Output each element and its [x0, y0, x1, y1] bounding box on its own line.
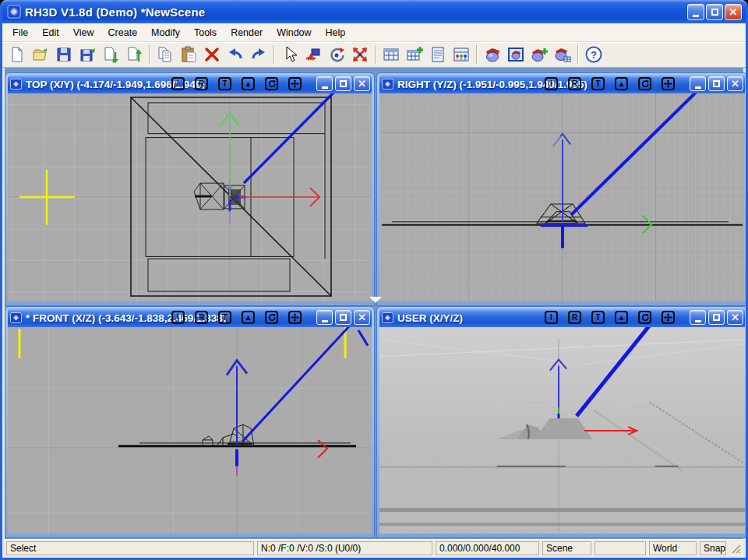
viewport-right-canvas[interactable] — [379, 93, 745, 301]
viewport-user-titlebar[interactable]: USER (X/Y/Z) IRT▲ ✕ — [379, 308, 745, 327]
material-add-button[interactable] — [527, 44, 551, 65]
top-close-button[interactable]: ✕ — [354, 76, 370, 91]
right-maximize-button[interactable] — [708, 76, 725, 91]
front-minimize-button[interactable] — [316, 310, 333, 325]
rotate-button[interactable] — [325, 44, 348, 65]
user-toggle-r[interactable]: R — [568, 311, 581, 324]
viewport-front-canvas[interactable] — [8, 327, 372, 534]
top-toggle-i[interactable]: I — [171, 77, 185, 90]
material-view-button[interactable] — [504, 44, 527, 65]
viewport-user-canvas[interactable] — [379, 327, 745, 534]
user-minimize-button[interactable] — [690, 310, 706, 325]
object-add-button[interactable] — [403, 44, 426, 65]
menu-item-view[interactable]: View — [66, 25, 101, 41]
menu-item-file[interactable]: File — [5, 25, 35, 41]
toolbar-separator — [577, 45, 579, 64]
copy-button[interactable] — [153, 44, 177, 65]
right-toggle-pan[interactable] — [662, 77, 675, 90]
new-button[interactable] — [5, 44, 29, 65]
scale-icon — [351, 46, 369, 63]
right-toggle-t[interactable]: T — [591, 77, 605, 90]
status-scene[interactable]: Scene — [542, 541, 591, 555]
close-icon: ✕ — [731, 312, 739, 322]
right-toggle-r[interactable]: R — [568, 77, 581, 90]
minimize-icon — [322, 320, 328, 322]
top-minimize-button[interactable] — [316, 76, 333, 91]
front-toggle-i[interactable]: I — [171, 311, 185, 324]
scale-button[interactable] — [348, 44, 372, 65]
front-toggle-r[interactable]: R — [195, 311, 208, 324]
user-toggle-pan[interactable] — [662, 311, 675, 324]
page-down-icon — [102, 46, 119, 63]
minimize-button[interactable] — [687, 4, 704, 20]
menu-item-window[interactable]: Window — [270, 25, 318, 41]
resize-grip[interactable] — [729, 542, 742, 555]
front-toggle-pan[interactable] — [288, 311, 302, 324]
top-toggle-t[interactable]: T — [218, 77, 231, 90]
save-button[interactable] — [52, 44, 76, 65]
minimize-icon — [695, 320, 701, 322]
object-table-button[interactable] — [379, 44, 403, 65]
open-folder-icon — [32, 46, 49, 63]
menubar: FileEditViewCreateModifyToolsRenderWindo… — [2, 23, 746, 42]
user-maximize-button[interactable] — [708, 310, 725, 325]
user-toggle-i[interactable]: I — [545, 311, 558, 324]
menu-item-create[interactable]: Create — [101, 25, 145, 41]
user-toggle-t[interactable]: T — [591, 311, 605, 324]
front-maximize-button[interactable] — [335, 310, 351, 325]
paste-button[interactable] — [177, 44, 200, 65]
import-button[interactable] — [99, 44, 122, 65]
top-toggle-pan[interactable] — [288, 77, 302, 90]
viewport-top-canvas[interactable] — [8, 93, 372, 301]
right-toggle-rotate[interactable] — [638, 77, 651, 90]
delete-button[interactable] — [200, 44, 224, 65]
top-toggle-shade[interactable]: ▲ — [242, 77, 255, 90]
user-close-button[interactable]: ✕ — [727, 310, 743, 325]
close-icon: ✕ — [358, 312, 366, 322]
right-toggle-i[interactable]: I — [545, 77, 558, 90]
toolbar-separator — [273, 45, 275, 64]
menu-item-help[interactable]: Help — [319, 25, 353, 41]
export-button[interactable] — [122, 44, 146, 65]
right-minimize-button[interactable] — [690, 76, 706, 91]
open-button[interactable] — [29, 44, 52, 65]
material-table-button[interactable] — [551, 44, 574, 65]
top-toggle-r[interactable]: R — [195, 77, 208, 90]
status-snap[interactable]: Snap — [700, 541, 726, 555]
select-button[interactable] — [278, 44, 302, 65]
user-toggle-shade[interactable]: ▲ — [615, 311, 628, 324]
viewport-user: USER (X/Y/Z) IRT▲ ✕ — [376, 306, 748, 538]
undo-button[interactable] — [224, 44, 247, 65]
menu-item-modify[interactable]: Modify — [144, 25, 187, 41]
menu-item-tools[interactable]: Tools — [187, 25, 224, 41]
save-as-button[interactable] — [76, 44, 99, 65]
color-palette-button[interactable] — [450, 44, 473, 65]
menu-item-edit[interactable]: Edit — [35, 25, 66, 41]
help-button[interactable]: ? — [582, 44, 605, 65]
maximize-button[interactable] — [706, 4, 723, 20]
user-toggle-rotate[interactable] — [638, 311, 651, 324]
app-window: RH3D V1.8d (Demo) *NewScene ✕ FileEditVi… — [0, 0, 748, 560]
top-maximize-button[interactable] — [335, 76, 351, 91]
viewport-front-titlebar[interactable]: * FRONT (X/Z) (-3.643/-1.838,2.469/1.838… — [8, 308, 372, 327]
material-button[interactable] — [481, 44, 504, 65]
front-toggle-t[interactable]: T — [218, 311, 231, 324]
right-toggle-shade[interactable]: ▲ — [615, 77, 628, 90]
status-space[interactable]: World — [649, 541, 697, 555]
viewport-right-titlebar[interactable]: RIGHT (Y/Z) (-1.951/-0.995,1.949/1.995) … — [379, 75, 745, 93]
right-close-button[interactable]: ✕ — [727, 76, 743, 91]
material-icon — [484, 46, 501, 63]
maximize-icon — [713, 314, 720, 321]
front-close-button[interactable]: ✕ — [354, 310, 370, 325]
front-toggle-rotate[interactable] — [265, 311, 278, 324]
top-toggle-rotate[interactable] — [265, 77, 278, 90]
paste-icon — [180, 46, 197, 63]
move-button[interactable] — [302, 44, 325, 65]
viewport-top-titlebar[interactable]: TOP (X/Y) (-4.174/-1.949,1.696/1.949) IR… — [8, 75, 372, 93]
close-button[interactable]: ✕ — [725, 4, 742, 20]
menu-item-render[interactable]: Render — [224, 25, 270, 41]
splitter-marker[interactable] — [369, 297, 382, 303]
front-toggle-shade[interactable]: ▲ — [242, 311, 255, 324]
redo-button[interactable] — [247, 44, 270, 65]
list-view-button[interactable] — [426, 44, 450, 65]
